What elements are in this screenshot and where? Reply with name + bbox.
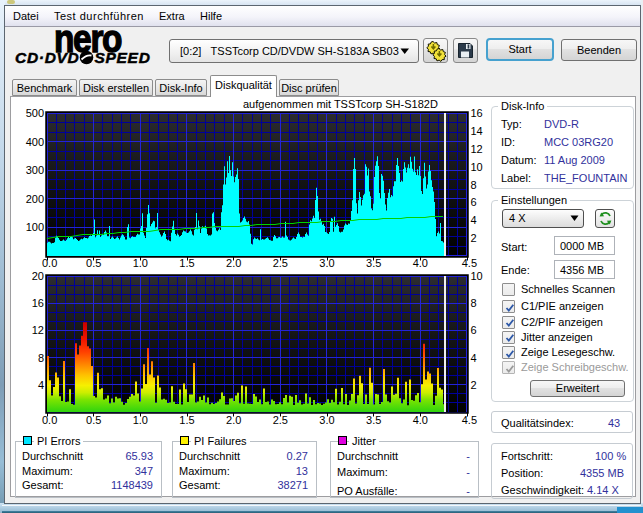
svg-text:2.5: 2.5: [273, 257, 288, 269]
svg-text:400: 400: [26, 136, 44, 148]
svg-text:4: 4: [471, 352, 477, 364]
svg-text:500: 500: [26, 107, 44, 119]
svg-text:8: 8: [471, 179, 477, 191]
svg-text:1.5: 1.5: [179, 257, 194, 269]
svg-text:6: 6: [471, 324, 477, 336]
svg-text:4: 4: [38, 379, 44, 391]
svg-text:10: 10: [471, 270, 483, 282]
svg-text:1.0: 1.0: [133, 414, 148, 426]
svg-text:0.0: 0.0: [42, 414, 57, 426]
svg-text:1.0: 1.0: [133, 257, 148, 269]
svg-text:16: 16: [471, 107, 483, 119]
svg-text:8: 8: [38, 352, 44, 364]
svg-text:12: 12: [471, 143, 483, 155]
svg-text:4.0: 4.0: [413, 257, 428, 269]
svg-text:4: 4: [471, 214, 477, 226]
svg-text:0.5: 0.5: [86, 414, 101, 426]
svg-text:3.0: 3.0: [319, 414, 334, 426]
svg-text:6: 6: [471, 196, 477, 208]
svg-text:4.5: 4.5: [462, 414, 477, 426]
svg-text:12: 12: [32, 324, 44, 336]
svg-text:16: 16: [32, 297, 44, 309]
svg-text:2.5: 2.5: [273, 414, 288, 426]
svg-text:100: 100: [26, 221, 44, 233]
svg-text:2: 2: [471, 379, 477, 391]
svg-text:3.5: 3.5: [366, 257, 381, 269]
svg-text:20: 20: [32, 270, 44, 282]
svg-text:10: 10: [471, 161, 483, 173]
svg-text:0.0: 0.0: [42, 257, 57, 269]
svg-text:2.0: 2.0: [226, 414, 241, 426]
svg-text:14: 14: [471, 125, 483, 137]
svg-text:4.5: 4.5: [462, 257, 477, 269]
svg-text:8: 8: [471, 297, 477, 309]
svg-text:300: 300: [26, 164, 44, 176]
svg-text:2: 2: [471, 232, 477, 244]
svg-text:2.0: 2.0: [226, 257, 241, 269]
svg-text:0.5: 0.5: [86, 257, 101, 269]
svg-text:3.0: 3.0: [319, 257, 334, 269]
svg-text:3.5: 3.5: [366, 414, 381, 426]
svg-text:200: 200: [26, 193, 44, 205]
svg-text:4.0: 4.0: [413, 414, 428, 426]
svg-text:1.5: 1.5: [179, 414, 194, 426]
